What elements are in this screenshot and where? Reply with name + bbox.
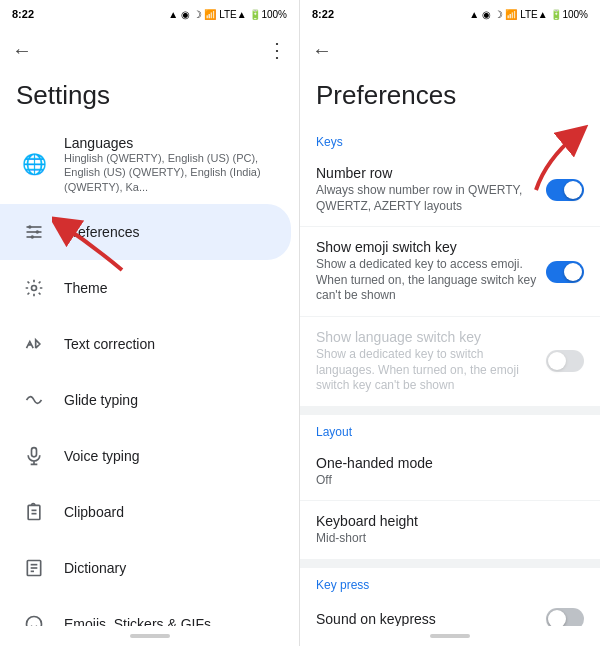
pref-item-language-switch[interactable]: Show language switch key Show a dedicate… <box>300 317 600 407</box>
language-switch-subtitle: Show a dedicated key to switch languages… <box>316 347 538 394</box>
language-switch-toggle[interactable] <box>546 350 584 372</box>
sound-keypress-title: Sound on keypress <box>316 611 538 626</box>
text-correction-label: Text correction <box>64 336 155 352</box>
section-divider-2 <box>300 560 600 568</box>
toggle-knob <box>564 263 582 281</box>
home-bar-right <box>430 634 470 638</box>
back-button-left[interactable]: ← <box>12 39 32 62</box>
keys-section-label: Keys <box>300 125 600 153</box>
menu-button-left[interactable]: ⋮ <box>267 38 287 62</box>
number-row-subtitle: Always show number row in QWERTY, QWERTZ… <box>316 183 538 214</box>
dictionary-label: Dictionary <box>64 560 126 576</box>
emoji-switch-title: Show emoji switch key <box>316 239 538 255</box>
preferences-icon <box>16 214 52 250</box>
emoji-switch-toggle[interactable] <box>546 261 584 283</box>
languages-label: Languages <box>64 135 264 151</box>
status-icons-right: ▲ ◉ ☽ 📶 LTE▲ 🔋100% <box>469 9 588 20</box>
preferences-label: Preferences <box>64 224 139 240</box>
clipboard-icon <box>16 494 52 530</box>
pref-item-number-row[interactable]: Number row Always show number row in QWE… <box>300 153 600 227</box>
number-row-title: Number row <box>316 165 538 181</box>
voice-typing-icon <box>16 438 52 474</box>
top-bar-right: ← <box>300 28 600 72</box>
text-correction-icon <box>16 326 52 362</box>
keyboard-height-subtitle: Mid-short <box>316 531 584 547</box>
sidebar-item-languages[interactable]: 🌐 Languages Hinglish (QWERTY), English (… <box>0 125 299 204</box>
back-button-right[interactable]: ← <box>312 39 332 62</box>
nav-indicator-left <box>0 626 299 646</box>
theme-icon <box>16 270 52 306</box>
sidebar-item-theme[interactable]: Theme <box>0 260 299 316</box>
toggle-knob <box>564 181 582 199</box>
svg-point-5 <box>31 235 34 238</box>
preferences-content: Keys Number row Always show number row i… <box>300 125 600 626</box>
top-bar-left: ← ⋮ <box>0 28 299 72</box>
sidebar-item-dictionary[interactable]: Dictionary <box>0 540 299 596</box>
page-title-left: Settings <box>0 72 299 125</box>
sound-keypress-toggle[interactable] <box>546 608 584 626</box>
left-panel: 8:22 ▲ ◉ ☽ 📶 LTE▲ 🔋100% ← ⋮ Settings 🌐 L… <box>0 0 300 646</box>
sidebar-item-emojis[interactable]: Emojis, Stickers & GIFs <box>0 596 299 626</box>
status-bar-left: 8:22 ▲ ◉ ☽ 📶 LTE▲ 🔋100% <box>0 0 299 28</box>
toggle-knob <box>548 352 566 370</box>
clipboard-label: Clipboard <box>64 504 124 520</box>
emojis-label: Emojis, Stickers & GIFs <box>64 616 211 626</box>
sidebar-item-text-correction[interactable]: Text correction <box>0 316 299 372</box>
svg-rect-8 <box>28 505 40 519</box>
sidebar-item-glide-typing[interactable]: Glide typing <box>0 372 299 428</box>
dictionary-icon <box>16 550 52 586</box>
glide-typing-icon <box>16 382 52 418</box>
one-handed-subtitle: Off <box>316 473 584 489</box>
svg-point-15 <box>27 616 42 626</box>
svg-rect-7 <box>32 448 37 457</box>
nav-indicator-right <box>300 626 600 646</box>
right-panel: 8:22 ▲ ◉ ☽ 📶 LTE▲ 🔋100% ← Preferences Ke… <box>300 0 600 646</box>
language-switch-title: Show language switch key <box>316 329 538 345</box>
one-handed-title: One-handed mode <box>316 455 584 471</box>
number-row-toggle[interactable] <box>546 179 584 201</box>
voice-typing-label: Voice typing <box>64 448 140 464</box>
pref-item-one-handed[interactable]: One-handed mode Off <box>300 443 600 502</box>
pref-item-emoji-switch[interactable]: Show emoji switch key Show a dedicated k… <box>300 227 600 317</box>
home-bar-left <box>130 634 170 638</box>
layout-section-label: Layout <box>300 415 600 443</box>
globe-icon: 🌐 <box>16 146 52 182</box>
status-icons-left: ▲ ◉ ☽ 📶 LTE▲ 🔋100% <box>168 9 287 20</box>
section-divider-1 <box>300 407 600 415</box>
sidebar-item-voice-typing[interactable]: Voice typing <box>0 428 299 484</box>
emojis-icon <box>16 606 52 626</box>
emoji-switch-subtitle: Show a dedicated key to access emoji. Wh… <box>316 257 538 304</box>
keypress-section-label: Key press <box>300 568 600 596</box>
keyboard-height-title: Keyboard height <box>316 513 584 529</box>
preferences-page-title: Preferences <box>300 72 600 125</box>
svg-point-4 <box>36 230 39 233</box>
time-right: 8:22 <box>312 8 334 20</box>
sidebar-item-clipboard[interactable]: Clipboard <box>0 484 299 540</box>
toggle-knob <box>548 610 566 626</box>
pref-item-sound-keypress[interactable]: Sound on keypress <box>300 596 600 626</box>
glide-typing-label: Glide typing <box>64 392 138 408</box>
theme-label: Theme <box>64 280 108 296</box>
languages-subtitle: Hinglish (QWERTY), English (US) (PC), En… <box>64 151 264 194</box>
svg-point-6 <box>32 285 37 290</box>
settings-list: 🌐 Languages Hinglish (QWERTY), English (… <box>0 125 299 626</box>
sidebar-item-preferences[interactable]: Preferences <box>0 204 291 260</box>
pref-item-keyboard-height[interactable]: Keyboard height Mid-short <box>300 501 600 560</box>
svg-point-3 <box>28 225 31 228</box>
status-bar-right: 8:22 ▲ ◉ ☽ 📶 LTE▲ 🔋100% <box>300 0 600 28</box>
time-left: 8:22 <box>12 8 34 20</box>
